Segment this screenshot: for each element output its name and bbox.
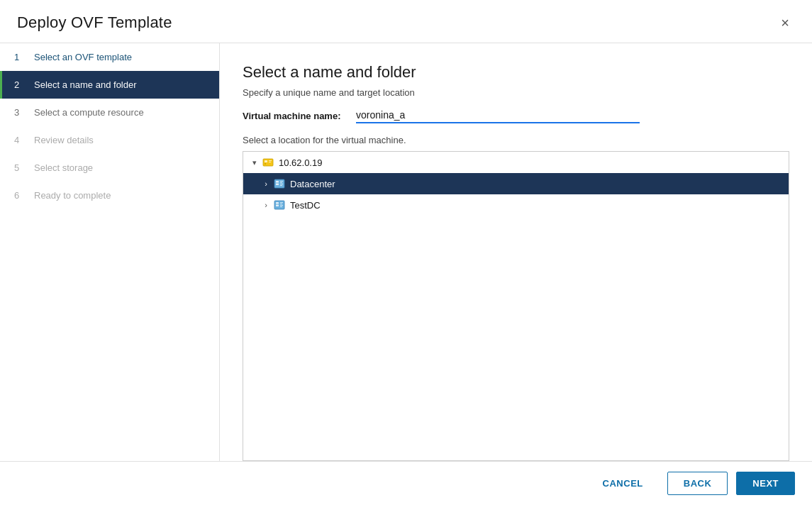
svg-rect-14 [276,205,279,207]
cancel-button[interactable]: CANCEL [587,472,659,494]
svg-rect-8 [280,181,283,182]
testdc-icon [273,199,286,211]
step-5-label: Select storage [34,162,93,173]
datacenter-icon [273,177,286,190]
location-tree: ▾ 10.62.0.19 › [243,151,789,461]
chevron-host: ▾ [249,157,260,168]
modal-header: Deploy OVF Template × [0,0,812,43]
svg-rect-6 [276,181,279,183]
modal-body: 1 Select an OVF template 2 Select a name… [0,43,812,461]
modal: Deploy OVF Template × 1 Select an OVF te… [0,0,812,505]
svg-rect-7 [276,184,279,186]
step-3-label: Select a compute resource [34,107,144,118]
step-4-num: 4 [14,135,27,145]
close-button[interactable]: × [775,13,795,33]
tree-label-testdc: TestDC [290,200,321,211]
vm-name-input[interactable] [356,108,640,123]
sidebar-item-step-2[interactable]: 2 Select a name and folder [0,71,219,99]
svg-rect-11 [280,185,282,186]
sidebar-item-step-6: 6 Ready to complete [0,182,219,209]
step-1-num: 1 [14,52,27,62]
tree-label-host: 10.62.0.19 [279,157,322,168]
sidebar-item-step-5: 5 Select storage [0,154,219,182]
next-button[interactable]: NEXT [736,472,795,495]
svg-rect-1 [265,160,267,162]
sidebar-item-step-4: 4 Review details [0,126,219,154]
back-button[interactable]: BACK [667,472,728,495]
content-title: Select a name and folder [243,63,789,82]
svg-rect-13 [276,202,279,204]
vm-name-label: Virtual machine name: [243,111,356,121]
svg-rect-17 [280,205,283,206]
svg-rect-2 [269,160,272,161]
sidebar-item-step-1[interactable]: 1 Select an OVF template [0,43,219,71]
step-3-num: 3 [14,107,27,118]
step-5-num: 5 [14,162,27,173]
chevron-datacenter: › [260,178,272,189]
svg-rect-18 [280,206,282,207]
svg-rect-10 [280,184,283,184]
step-2-label: Select a name and folder [34,79,137,90]
sidebar: 1 Select an OVF template 2 Select a name… [0,43,220,461]
step-4-label: Review details [34,135,94,145]
svg-point-4 [265,163,266,165]
tree-row-testdc[interactable]: › TestDC [243,194,789,216]
chevron-testdc: › [260,199,272,211]
svg-rect-9 [280,182,282,183]
svg-rect-3 [269,162,271,162]
location-label: Select a location for the virtual machin… [243,135,789,145]
main-content: Select a name and folder Specify a uniqu… [220,43,812,461]
svg-rect-16 [280,204,282,204]
host-icon [262,156,274,169]
vm-name-row: Virtual machine name: [243,108,789,123]
tree-label-datacenter: Datacenter [290,179,335,189]
step-1-label: Select an OVF template [34,52,132,62]
step-2-num: 2 [14,79,27,90]
modal-footer: CANCEL BACK NEXT [0,461,812,505]
step-6-num: 6 [14,190,27,201]
modal-title: Deploy OVF Template [17,13,172,32]
active-indicator [0,71,2,99]
content-subtitle: Specify a unique name and target locatio… [243,87,789,98]
svg-rect-0 [263,159,273,166]
step-6-label: Ready to complete [34,190,111,201]
tree-row-datacenter[interactable]: › Datacenter [243,173,789,194]
sidebar-item-step-3[interactable]: 3 Select a compute resource [0,99,219,126]
tree-row-host[interactable]: ▾ 10.62.0.19 [243,152,789,173]
svg-rect-15 [280,202,283,203]
